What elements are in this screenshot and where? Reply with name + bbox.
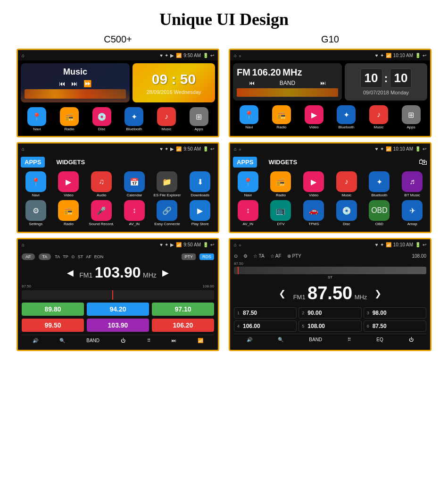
g10-apps-status: ⌂⬦ ♥✦📶 10:10 AM 🔋↩: [230, 143, 430, 154]
c500-next-btn[interactable]: ▶: [162, 268, 169, 278]
c500-radio-status: ⌂ ♥✦▶📶 9:50 AM 🔋↩: [18, 239, 218, 250]
app-icon-radio[interactable]: 📻Radio: [267, 105, 296, 129]
c500-clock-time: 09 : 50: [152, 71, 196, 87]
app-icon-av_in[interactable]: ↕AV_IN: [119, 200, 149, 226]
c500-signal-btn[interactable]: 📶: [198, 338, 203, 343]
c500-grid-btn[interactable]: ⠿: [147, 338, 150, 343]
g10-pty-btn[interactable]: ⊕ PTY: [287, 253, 301, 259]
g10-scale-labels: 87.50: [234, 261, 426, 266]
g10-clock-hour: 10: [360, 68, 382, 88]
app-icon-disc[interactable]: 💿Disc: [332, 200, 362, 226]
g10-st-label: ST: [234, 275, 426, 279]
app-icon-music[interactable]: ♪Music: [152, 107, 181, 131]
c500-radio-flags: TATP⊙STAFEON: [55, 254, 103, 259]
app-icon-av_in[interactable]: ↕AV_IN: [233, 200, 263, 226]
c500-skip-btn[interactable]: ⏭: [172, 338, 176, 343]
g10-eq-btn[interactable]: EQ: [376, 337, 383, 342]
g10-power-btn[interactable]: ⏻: [409, 337, 414, 342]
g10-preset-3[interactable]: 398.00: [364, 307, 426, 319]
g10-clock-min: 10: [390, 68, 412, 88]
g10-ta-btn[interactable]: ☆ TA: [253, 253, 265, 259]
c500-preset-94.20[interactable]: 94.20: [87, 303, 149, 316]
app-icon-music[interactable]: ♪Music: [365, 105, 393, 129]
c500-preset-106.20[interactable]: 106.20: [152, 319, 214, 332]
g10-tab-apps[interactable]: APPS: [233, 157, 257, 168]
g10-next-btn[interactable]: ❯: [374, 288, 382, 299]
c500-pty-btn[interactable]: PTY: [182, 253, 196, 260]
c500-radio-bottom: 🔊 🔍 BAND ⏻ ⠿ ⏭ 📶: [22, 335, 214, 346]
g10-preset-1[interactable]: 187.50: [234, 307, 297, 319]
app-icon-bluetooth[interactable]: ✦Bluetooth: [120, 107, 148, 131]
c500-af-btn[interactable]: AF: [22, 253, 35, 260]
g10-af-btn[interactable]: ☆ AF: [270, 253, 282, 259]
c500-tab-widgets[interactable]: WIDGETS: [52, 157, 89, 168]
c500-apps-grid-row1: 📍Navi▶Video♫Audio📅Calendar📁ES File Explo…: [21, 171, 215, 197]
g10-vol-btn[interactable]: 🔊: [247, 337, 252, 342]
app-icon-radio[interactable]: 📻Radio: [54, 200, 84, 226]
app-icon-dtv[interactable]: 📺DTV: [266, 200, 296, 226]
g10-status-bar: ⌂⬦ ♥✦📶 10:10 AM 🔋↩: [230, 50, 430, 60]
g10-store-icon[interactable]: 🛍: [419, 157, 427, 167]
app-icon-calendar[interactable]: 📅Calendar: [119, 171, 149, 197]
page-title: Unique UI Design: [159, 9, 289, 29]
app-icon-video[interactable]: ▶Video: [299, 171, 329, 197]
g10-apps-screen: ⌂⬦ ♥✦📶 10:10 AM 🔋↩ APPS WIDGETS 🛍 📍Navi📻…: [229, 142, 431, 233]
app-icon-radio[interactable]: 📻Radio: [266, 171, 296, 197]
c500-power-btn[interactable]: ⏻: [121, 338, 125, 343]
g10-band-btn[interactable]: BAND: [309, 337, 322, 342]
app-icon-video[interactable]: ▶Video: [300, 105, 328, 129]
app-icon-obd[interactable]: OBDOBD: [365, 200, 395, 226]
app-icon-tpms[interactable]: 🚗TPMS: [299, 200, 329, 226]
app-icon-navi[interactable]: 📍Navi: [235, 105, 263, 129]
app-icon-downloads[interactable]: ⬇Downloads: [185, 171, 215, 197]
c500-rds-btn[interactable]: RDS: [199, 253, 214, 260]
c500-preset-103.90[interactable]: 103.90: [87, 319, 149, 332]
c500-prev-btn[interactable]: ◀: [67, 268, 74, 278]
app-icon-bluetooth[interactable]: ✦Bluetooth: [332, 105, 360, 129]
c500-tab-apps[interactable]: APPS: [21, 157, 45, 168]
app-icon-bluetooth[interactable]: ✦Bluetooth: [365, 171, 395, 197]
g10-radio-icon2: ⚙: [243, 253, 248, 259]
app-icon-bt-music[interactable]: ♬BT Music: [397, 171, 427, 197]
g10-preset-5[interactable]: 5108.00: [299, 320, 361, 332]
c500-preset-89.80[interactable]: 89.80: [22, 303, 84, 316]
app-icon-amap[interactable]: ✈Amap: [397, 200, 427, 226]
app-icon-sound-record.[interactable]: 🎤Sound Record.: [86, 200, 116, 226]
c500-home-content: Music ⏮⏭⏩ 09 : 50 28/09/2016 Wednesday 📍…: [18, 60, 218, 136]
g10-preset-4[interactable]: 4106.00: [234, 320, 297, 332]
g10-tab-widgets[interactable]: WIDGETS: [265, 157, 301, 168]
g10-radio-content: ⊙ ⚙ ☆ TA ☆ AF ⊕ PTY 108.00 87.50 ST ❮ FM…: [230, 250, 430, 349]
g10-preset-2[interactable]: 290.00: [299, 307, 361, 319]
c500-music-controls[interactable]: ⏮⏭⏩: [25, 80, 126, 87]
app-icon-video[interactable]: ▶Video: [54, 171, 84, 197]
c500-vol-btn[interactable]: 🔊: [33, 338, 38, 343]
app-icon-apps[interactable]: ⊞Apps: [397, 105, 425, 129]
c500-band-btn[interactable]: BAND: [86, 338, 100, 343]
app-icon-navi[interactable]: 📍Navi: [21, 171, 51, 197]
g10-apps-grid-row2: ↕AV_IN📺DTV🚗TPMS💿DiscOBDOBD✈Amap: [233, 200, 427, 226]
c500-presets-grid: 89.8094.2097.1099.50103.90106.20: [22, 303, 214, 332]
app-icon-radio[interactable]: 📻Radio: [55, 107, 83, 131]
app-icon-disc[interactable]: 💿Disc: [88, 107, 116, 131]
c500-ta-btn[interactable]: TA: [39, 253, 51, 260]
g10-radio-top: ⊙ ⚙ ☆ TA ☆ AF ⊕ PTY 108.00: [234, 253, 426, 259]
app-icon-navi[interactable]: 📍Navi: [233, 171, 263, 197]
app-icon-play-store[interactable]: ▶Play Store: [185, 200, 215, 226]
c500-search-btn[interactable]: 🔍: [59, 338, 65, 343]
c500-preset-99.50[interactable]: 99.50: [22, 319, 84, 332]
g10-presets-grid: 187.50290.00398.004106.005108.00687.50: [234, 307, 426, 332]
g10-search-btn[interactable]: 🔍: [278, 337, 283, 342]
app-icon-settings[interactable]: ⚙Settings: [21, 200, 51, 226]
g10-preset-6[interactable]: 687.50: [364, 320, 426, 332]
app-icon-audio[interactable]: ♫Audio: [86, 171, 116, 197]
g10-freq-display: FM1 87.50 MHz: [293, 283, 367, 303]
c500-preset-97.10[interactable]: 97.10: [152, 303, 214, 316]
g10-prev-btn[interactable]: ❮: [279, 288, 286, 299]
g10-grid-btn[interactable]: ⠿: [348, 337, 351, 342]
app-icon-easy-connecte[interactable]: 🔗Easy Connecte: [152, 200, 183, 226]
app-icon-es-file-explorer[interactable]: 📁ES File Explorer: [152, 171, 183, 197]
app-icon-music[interactable]: ♪Music: [332, 171, 362, 197]
app-icon-apps[interactable]: ⊞Apps: [185, 107, 213, 131]
app-icon-navi[interactable]: 📍Navi: [23, 107, 51, 131]
c500-scale-indicator: [112, 290, 113, 300]
